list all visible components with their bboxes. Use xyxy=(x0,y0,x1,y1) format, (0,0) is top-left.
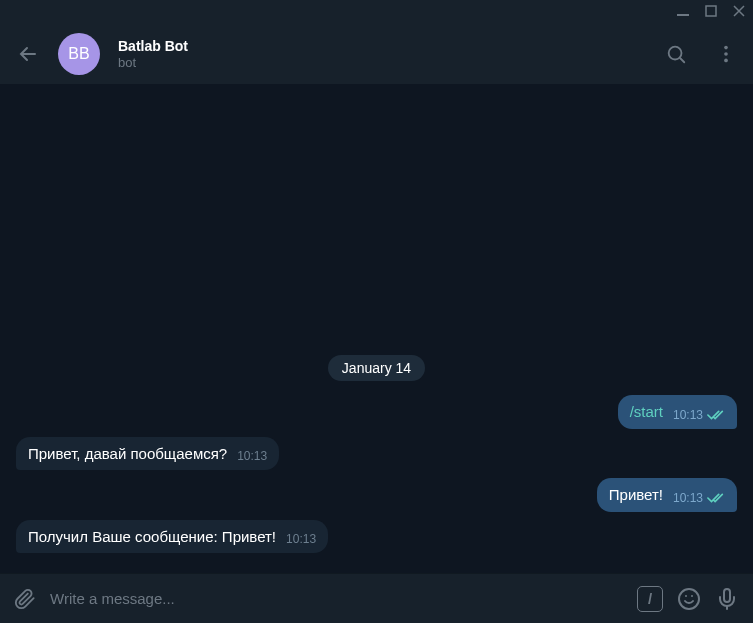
svg-point-6 xyxy=(679,589,699,609)
slash-label: / xyxy=(648,590,652,607)
back-button[interactable] xyxy=(16,42,40,66)
attach-icon[interactable] xyxy=(14,588,36,610)
message-text: /start xyxy=(630,402,663,422)
message-input[interactable] xyxy=(50,590,623,607)
window-titlebar xyxy=(0,0,753,24)
search-icon[interactable] xyxy=(665,43,687,65)
message-time: 10:13 xyxy=(286,532,316,546)
message-time: 10:13 xyxy=(237,449,267,463)
read-icon xyxy=(707,492,725,504)
svg-rect-0 xyxy=(677,14,689,16)
avatar[interactable]: BB xyxy=(58,33,100,75)
chat-info[interactable]: Batlab Bot bot xyxy=(118,38,647,70)
svg-point-2 xyxy=(669,47,682,60)
date-divider: January 14 xyxy=(328,355,425,381)
read-icon xyxy=(707,409,725,421)
avatar-initials: BB xyxy=(68,45,89,63)
svg-rect-1 xyxy=(706,6,716,16)
minimize-icon[interactable] xyxy=(677,5,689,19)
message-in[interactable]: Получил Ваше сообщение: Привет! 10:13 xyxy=(16,520,737,554)
chat-subtitle: bot xyxy=(118,55,647,70)
commands-button[interactable]: / xyxy=(637,586,663,612)
svg-point-4 xyxy=(724,52,728,56)
message-out[interactable]: Привет! 10:13 xyxy=(16,478,737,512)
maximize-icon[interactable] xyxy=(705,5,717,19)
header-actions xyxy=(665,43,737,65)
message-in[interactable]: Привет, давай пообщаемся? 10:13 xyxy=(16,437,737,471)
message-text: Привет! xyxy=(609,485,663,505)
message-text: Привет, давай пообщаемся? xyxy=(28,444,227,464)
microphone-icon[interactable] xyxy=(715,587,739,611)
svg-point-3 xyxy=(724,46,728,50)
chat-title: Batlab Bot xyxy=(118,38,647,54)
message-time: 10:13 xyxy=(673,408,703,422)
more-icon[interactable] xyxy=(715,43,737,65)
close-icon[interactable] xyxy=(733,5,745,19)
message-time: 10:13 xyxy=(673,491,703,505)
chat-area[interactable]: January 14 /start 10:13 Привет, давай по… xyxy=(0,84,753,573)
message-text: Получил Ваше сообщение: Привет! xyxy=(28,527,276,547)
svg-point-5 xyxy=(724,59,728,63)
emoji-icon[interactable] xyxy=(677,587,701,611)
chat-header: BB Batlab Bot bot xyxy=(0,24,753,84)
message-out[interactable]: /start 10:13 xyxy=(16,395,737,429)
input-bar: / xyxy=(0,573,753,623)
